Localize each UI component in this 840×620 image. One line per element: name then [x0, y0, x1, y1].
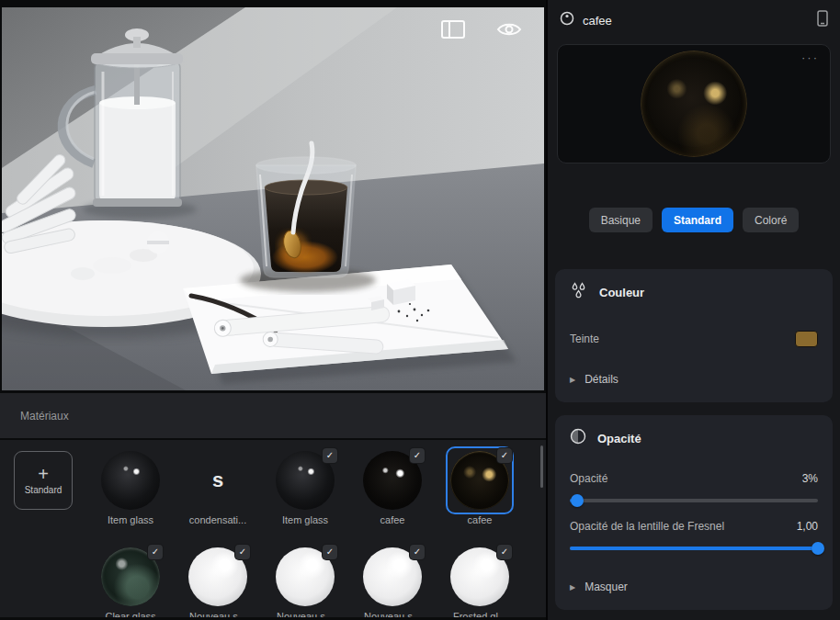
tile-label: Nouveau s...: [364, 611, 421, 617]
device-preview-icon[interactable]: [817, 10, 828, 30]
fresnel-label: Opacité de la lentille de Fresnel: [570, 520, 724, 533]
viewport-toolbar: [441, 20, 522, 42]
check-icon: ✓: [323, 545, 337, 559]
grid-spacer: [11, 547, 75, 617]
tile-label: Clear glass: [105, 611, 155, 617]
materials-title: Matériaux: [20, 410, 69, 423]
material-glyph: s: [212, 468, 223, 492]
material-sphere: [101, 451, 160, 510]
opacity-slider[interactable]: [570, 494, 818, 507]
selection-outline: ✓: [446, 446, 514, 514]
materials-header: Matériaux: [0, 390, 546, 438]
tile-label: cafee: [380, 514, 405, 525]
material-mode-tabs: Basique Standard Coloré: [548, 208, 840, 232]
tile-label: Nouveau s...: [277, 611, 334, 617]
tile-label: Frosted gl...: [453, 611, 506, 617]
material-tile-nouveau-1[interactable]: ✓ Nouveau s...: [186, 547, 250, 617]
tab-standard[interactable]: Standard: [662, 208, 733, 232]
chevron-right-icon: ▶: [570, 583, 575, 592]
check-icon: ✓: [235, 545, 250, 559]
check-icon: ✓: [497, 448, 512, 463]
add-material-button[interactable]: + Standard: [14, 451, 73, 510]
3d-viewport[interactable]: [2, 7, 544, 390]
tab-basique[interactable]: Basique: [589, 208, 653, 232]
check-icon: ✓: [148, 545, 163, 559]
materials-row-2: ✓ Clear glass ✓ Nouveau s... ✓: [11, 547, 537, 617]
materials-row-1: + Standard Item glass s condensati... ✓: [11, 451, 537, 525]
tile-label: condensati...: [189, 514, 246, 525]
material-tile-item-glass-1[interactable]: Item glass: [98, 451, 163, 525]
opacity-value: 3%: [802, 472, 818, 485]
material-preview-sphere: [641, 51, 747, 157]
inspector-header: cafee: [548, 0, 840, 40]
couleur-title: Couleur: [599, 286, 644, 299]
tab-colore[interactable]: Coloré: [743, 208, 799, 232]
split-view-icon[interactable]: [441, 20, 465, 42]
opacite-title: Opacité: [597, 432, 641, 445]
teinte-swatch[interactable]: [795, 331, 818, 347]
check-icon: ✓: [410, 448, 425, 463]
materials-grid: + Standard Item glass s condensati... ✓: [0, 438, 546, 617]
inspector-title: cafee: [583, 14, 809, 28]
droplets-icon: [570, 282, 588, 303]
opacity-slider-track: [570, 499, 818, 502]
details-label: Détails: [585, 373, 619, 386]
inspector-sections: Couleur Teinte ▶ Détails Opacité: [548, 269, 840, 610]
material-tile-condensation[interactable]: s condensati...: [186, 451, 250, 525]
check-icon: ✓: [410, 545, 425, 559]
fresnel-slider-thumb[interactable]: [812, 542, 824, 555]
app-window: Matériaux + Standard Item glass s conden…: [0, 0, 840, 620]
check-icon: ✓: [323, 448, 337, 463]
couleur-section: Couleur Teinte ▶ Détails: [555, 269, 833, 402]
material-type-icon: [560, 11, 574, 29]
plus-icon: +: [38, 466, 49, 482]
material-tile-frosted-glass[interactable]: ✓ Frosted gl...: [448, 547, 512, 617]
material-tile-clear-glass[interactable]: ✓ Clear glass: [98, 547, 163, 617]
opacity-label: Opacité: [570, 472, 607, 485]
fresnel-value: 1,00: [797, 520, 818, 533]
tile-label: Nouveau s...: [189, 611, 246, 617]
fresnel-slider[interactable]: [570, 542, 818, 555]
material-tile-add-standard[interactable]: + Standard: [11, 451, 75, 525]
masquer-label: Masquer: [585, 581, 628, 593]
material-tile-nouveau-3[interactable]: ✓ Nouveau s...: [360, 547, 425, 617]
check-icon: ✓: [497, 545, 512, 559]
scene-render: [2, 7, 544, 390]
opacity-slider-thumb[interactable]: [571, 494, 584, 507]
chevron-right-icon: ▶: [570, 376, 575, 384]
teinte-label: Teinte: [570, 333, 599, 345]
inspector-panel: cafee ··· Basique Standard Coloré: [546, 0, 840, 620]
tile-label: cafee: [468, 514, 493, 525]
tile-label: Item glass: [108, 514, 153, 525]
material-tile-nouveau-2[interactable]: ✓ Nouveau s...: [273, 547, 337, 617]
material-preview: ···: [557, 44, 831, 163]
details-toggle[interactable]: ▶ Détails: [570, 373, 818, 386]
masquer-toggle[interactable]: ▶ Masquer: [570, 581, 818, 593]
materials-scrollbar[interactable]: [540, 445, 543, 488]
left-column: Matériaux + Standard Item glass s conden…: [0, 0, 546, 620]
tile-label: Item glass: [282, 514, 328, 525]
tile-label: Standard: [25, 485, 62, 495]
fresnel-slider-fill: [570, 547, 818, 550]
material-tile-item-glass-2[interactable]: ✓ Item glass: [273, 451, 337, 525]
more-menu-button[interactable]: ···: [801, 51, 819, 64]
opacity-icon: [570, 428, 586, 448]
eye-icon[interactable]: [496, 20, 522, 42]
material-tile-cafee-selected[interactable]: ✓ cafee: [448, 451, 512, 525]
opacite-section: Opacité Opacité 3% Opacité de la lentill…: [555, 415, 833, 610]
material-tile-cafee-1[interactable]: ✓ cafee: [360, 451, 425, 525]
